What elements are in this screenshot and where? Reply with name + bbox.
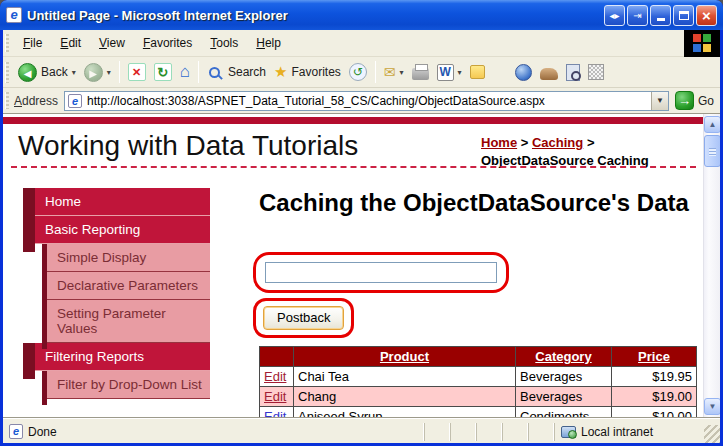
price-cell: $10.00	[612, 407, 697, 418]
table-row: Edit Chang Beverages $19.00	[260, 387, 697, 407]
edit-link[interactable]: Edit	[264, 369, 286, 384]
minimize-button[interactable]	[650, 5, 671, 26]
postback-textbox[interactable]	[265, 262, 497, 283]
status-pane	[528, 423, 554, 441]
menubar-grip[interactable]	[5, 34, 9, 52]
forward-dropdown-icon[interactable]: ▾	[107, 68, 111, 77]
product-cell: Aniseed Syrup	[294, 407, 516, 418]
favorites-button[interactable]: ★ Favorites	[270, 61, 345, 83]
product-cell: Chai Tea	[294, 367, 516, 387]
messenger-button[interactable]	[511, 62, 536, 83]
scroll-up-button[interactable]: ▲	[704, 116, 720, 133]
breadcrumb-caching-link[interactable]: Caching	[532, 135, 583, 150]
product-cell: Chang	[294, 387, 516, 407]
discuss-button[interactable]	[466, 63, 489, 81]
research-button[interactable]	[562, 62, 584, 83]
menu-file[interactable]: File	[14, 32, 51, 54]
address-label: Address	[14, 94, 58, 108]
ie-e-glyph: e	[13, 425, 19, 437]
local-intranet-icon	[561, 426, 576, 438]
word-icon: W	[437, 64, 454, 81]
sidebar-item-declarative-parameters[interactable]: Declarative Parameters	[46, 272, 210, 300]
address-bar: Address e http://localhost:3038/ASPNET_D…	[3, 88, 720, 114]
window-arrows-button[interactable]: ◂▸	[604, 5, 625, 26]
sidebar-item-basic-reporting[interactable]: Basic Reporting	[23, 216, 210, 244]
notepad-search-icon	[566, 64, 580, 81]
home-icon: ⌂	[180, 62, 190, 82]
browser-window: e Untitled Page - Microsoft Internet Exp…	[0, 0, 723, 446]
header-divider	[11, 166, 696, 168]
refresh-button[interactable]: ↻	[150, 61, 176, 83]
addon-button-1[interactable]	[536, 62, 562, 82]
title-bar[interactable]: e Untitled Page - Microsoft Internet Exp…	[0, 0, 723, 30]
edit-cell: Edit	[260, 407, 294, 418]
go-button[interactable]: → Go	[669, 91, 720, 110]
scrollbar-thumb[interactable]	[704, 135, 720, 167]
maximize-button[interactable]	[673, 5, 694, 26]
sidebar-item-filter-by-drop-down-list[interactable]: Filter by Drop-Down List	[46, 371, 210, 399]
print-icon	[412, 68, 429, 80]
textbox-annotation	[253, 252, 509, 293]
postback-button[interactable]: Postback	[263, 306, 344, 330]
go-label: Go	[698, 94, 714, 108]
toolbar-separator	[198, 61, 199, 83]
toolbar-grip[interactable]	[5, 62, 9, 83]
favorites-label: Favorites	[291, 65, 340, 79]
addressbar-grip[interactable]	[5, 92, 9, 110]
stop-button[interactable]: ✕	[124, 61, 150, 83]
menu-tools[interactable]: Tools	[201, 32, 247, 54]
sidebar-item-simple-display[interactable]: Simple Display	[46, 244, 210, 272]
edit-link[interactable]: Edit	[264, 389, 286, 404]
forward-button[interactable]: ▶ ▾	[80, 61, 115, 84]
sidebar-item-filtering-reports[interactable]: Filtering Reports	[23, 343, 210, 371]
search-icon	[209, 67, 220, 78]
page-title: Caching the ObjectDataSource's Data	[259, 188, 709, 219]
stop-icon: ✕	[128, 63, 146, 81]
page-viewport: Working with Data Tutorials Home > Cachi…	[3, 114, 720, 417]
history-icon: ↺	[349, 63, 367, 81]
refresh-icon: ↻	[154, 63, 172, 81]
word-dropdown-icon[interactable]: ▾	[458, 68, 462, 77]
back-button[interactable]: ◀ Back ▾	[14, 61, 80, 84]
address-dropdown-button[interactable]: ▼	[651, 92, 668, 110]
addon-button-2[interactable]	[584, 62, 608, 82]
sidebar-item-setting-parameter-values[interactable]: Setting Parameter Values	[46, 300, 210, 343]
address-input[interactable]: e http://localhost:3038/ASPNET_Data_Tuto…	[64, 91, 669, 111]
status-bar: e Done Local intranet	[3, 417, 720, 443]
menu-help[interactable]: Help	[247, 32, 290, 54]
done-page-icon: e	[9, 424, 23, 439]
status-message-pane: e Done	[3, 424, 424, 439]
mail-dropdown-icon[interactable]: ▾	[400, 68, 404, 77]
table-header-row: Product Category Price	[260, 347, 697, 367]
print-button[interactable]	[408, 62, 433, 82]
edit-with-word-button[interactable]: W ▾	[433, 62, 466, 83]
back-dropdown-icon[interactable]: ▾	[72, 68, 76, 77]
price-cell: $19.95	[612, 367, 697, 387]
home-button[interactable]: ⌂	[176, 60, 194, 84]
scroll-down-button[interactable]: ▼	[704, 398, 720, 415]
history-button[interactable]: ↺	[345, 61, 371, 83]
menu-view[interactable]: View	[90, 32, 134, 54]
address-url[interactable]: http://localhost:3038/ASPNET_Data_Tutori…	[87, 94, 651, 108]
sort-product-link[interactable]: Product	[380, 349, 429, 364]
breadcrumb-separator: >	[521, 135, 529, 150]
sort-category-link[interactable]: Category	[535, 349, 591, 364]
vertical-scrollbar[interactable]: ▲ ▼	[703, 114, 720, 417]
close-button[interactable]: ×	[696, 5, 717, 26]
edit-link[interactable]: Edit	[264, 409, 286, 417]
go-arrow-icon: →	[675, 91, 694, 110]
menu-favorites[interactable]: Favorites	[134, 32, 201, 54]
table-row: Edit Chai Tea Beverages $19.95	[260, 367, 697, 387]
toolbar-separator	[119, 61, 120, 83]
breadcrumb-home-link[interactable]: Home	[481, 135, 517, 150]
window-export-button[interactable]: ⇥	[627, 5, 648, 26]
sidebar-item-home[interactable]: Home	[23, 188, 210, 216]
sort-price-link[interactable]: Price	[638, 349, 670, 364]
maximize-icon	[679, 11, 689, 20]
resize-grip[interactable]	[704, 425, 720, 443]
status-pane	[424, 423, 450, 441]
mail-button[interactable]: ✉ ▾	[380, 62, 408, 82]
search-button[interactable]: Search	[203, 63, 270, 82]
forward-icon: ▶	[84, 63, 103, 82]
menu-edit[interactable]: Edit	[51, 32, 90, 54]
